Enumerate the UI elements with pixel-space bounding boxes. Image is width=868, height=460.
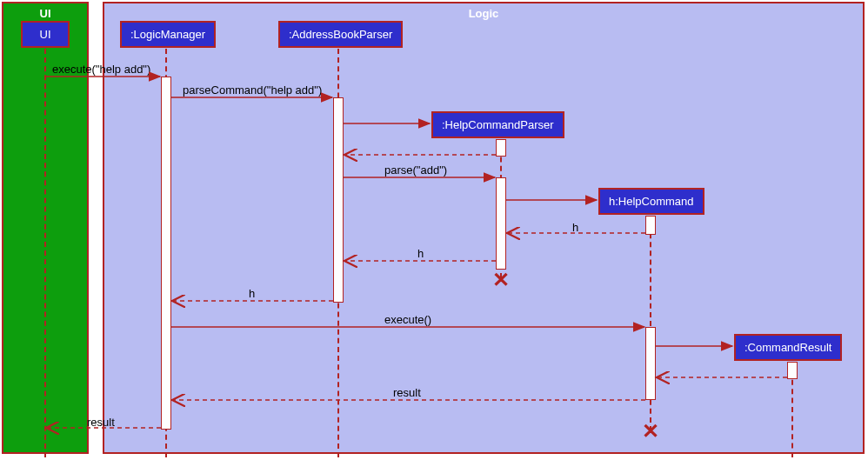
- msg-execute-help-add: execute("help add"): [52, 63, 150, 76]
- activation-help-command-2: [645, 327, 656, 400]
- activation-help-command-parser-2: [496, 177, 506, 270]
- participant-logic-manager: :LogicManager: [120, 21, 216, 48]
- frame-ui-label: UI: [40, 7, 51, 20]
- msg-result1: result: [393, 386, 421, 399]
- msg-parse-command: parseCommand("help add"): [183, 83, 322, 97]
- destroy-help-command-icon: ✕: [642, 419, 659, 443]
- activation-command-result: [787, 362, 798, 379]
- activation-logic-manager: [161, 77, 171, 430]
- activation-address-book-parser: [333, 97, 344, 303]
- msg-execute: execute(): [384, 313, 431, 326]
- activation-help-command-parser-1: [496, 139, 506, 157]
- destroy-help-command-parser-icon: ✕: [492, 268, 510, 292]
- participant-address-book-parser-label: :AddressBookParser: [289, 28, 392, 41]
- msg-return-h3: h: [249, 287, 255, 300]
- activation-help-command-1: [645, 216, 656, 235]
- participant-ui-label: UI: [40, 28, 51, 41]
- participant-address-book-parser: :AddressBookParser: [278, 21, 403, 48]
- participant-command-result: :CommandResult: [734, 334, 842, 361]
- participant-command-result-label: :CommandResult: [744, 341, 831, 354]
- msg-return-h1: h: [572, 221, 578, 234]
- msg-parse-add: parse("add"): [384, 163, 447, 177]
- lifeline-ui: [44, 49, 46, 457]
- participant-help-command-parser: :HelpCommandParser: [431, 111, 564, 138]
- participant-help-command: h:HelpCommand: [598, 188, 704, 215]
- frame-logic-label: Logic: [469, 7, 499, 20]
- participant-help-command-parser-label: :HelpCommandParser: [442, 118, 554, 131]
- participant-ui: UI: [21, 21, 70, 48]
- msg-return-h2: h: [417, 247, 424, 260]
- msg-result2: result: [87, 416, 115, 429]
- participant-help-command-label: h:HelpCommand: [609, 195, 694, 208]
- participant-logic-manager-label: :LogicManager: [130, 28, 205, 41]
- frame-logic: Logic: [103, 2, 865, 454]
